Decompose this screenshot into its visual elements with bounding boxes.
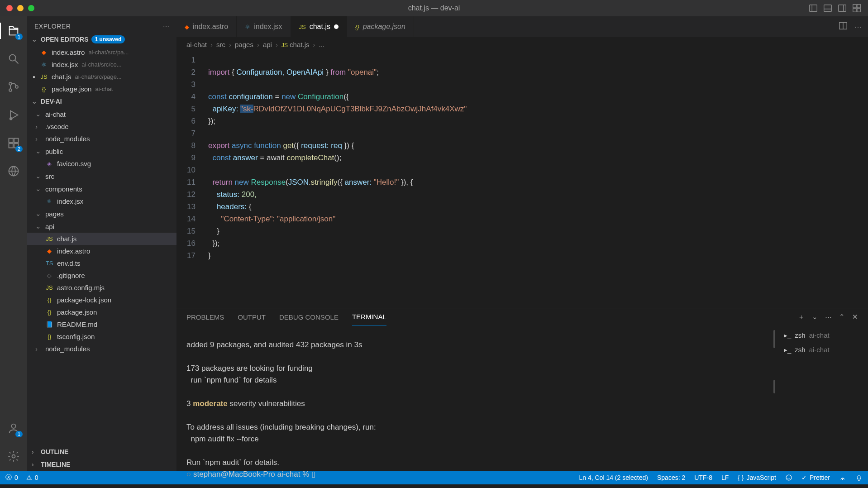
status-spaces[interactable]: Spaces: 2 (657, 474, 685, 481)
jsx-file-icon: ⚛ (245, 24, 250, 30)
js-file-icon: JS (45, 235, 53, 242)
file-tree-item[interactable]: {}package.json (27, 306, 176, 318)
file-tree-item[interactable]: ◈favicon.svg (27, 158, 176, 170)
accounts-badge: 1 (15, 431, 23, 437)
status-errors[interactable]: ⓧ 0 (5, 474, 18, 482)
file-tree-item[interactable]: {}tsconfig.json (27, 330, 176, 343)
breadcrumb-segment[interactable]: api (263, 41, 272, 48)
breadcrumb-segment[interactable]: src (216, 41, 225, 48)
tab-output[interactable]: OUTPUT (238, 309, 266, 325)
terminal-more-icon[interactable]: ⋯ (825, 313, 832, 321)
explorer-tab[interactable]: 1 (5, 23, 22, 39)
file-tree-item[interactable]: ›node_modules (27, 133, 176, 145)
status-feedback-icon[interactable] (785, 474, 792, 481)
new-terminal-icon[interactable]: ＋ (798, 313, 805, 321)
maximize-panel-icon[interactable]: ⌃ (839, 313, 845, 321)
open-editor-item[interactable]: JSchat.js ai-chat/src/page... (27, 71, 176, 83)
json-file-icon: {} (355, 24, 359, 30)
tab-terminal[interactable]: TERMINAL (352, 308, 386, 325)
editor-tab[interactable]: ⚛index.jsx (237, 16, 291, 37)
file-tree-item[interactable]: ›.vscode (27, 120, 176, 133)
layout-sidebar-left-icon[interactable] (807, 2, 819, 14)
workspace-header[interactable]: ⌄ DEV-AI (27, 95, 176, 108)
file-tree-item[interactable]: ⌄public (27, 145, 176, 158)
status-radio-icon[interactable] (839, 474, 846, 481)
file-tree-item[interactable]: TSenv.d.ts (27, 257, 176, 269)
file-tree-item[interactable]: ◇.gitignore (27, 269, 176, 282)
open-editor-item[interactable]: ⚛index.jsx ai-chat/src/co... (27, 58, 176, 71)
breadcrumb-segment[interactable]: pages (235, 41, 253, 48)
file-tree-item[interactable]: ⌄pages (27, 207, 176, 220)
svg-rect-9 (857, 9, 860, 12)
zoom-window-button[interactable] (28, 5, 34, 11)
file-tree-item[interactable]: JSastro.config.mjs (27, 282, 176, 294)
status-warnings[interactable]: ⚠ 0 (26, 474, 38, 481)
status-cursor[interactable]: Ln 4, Col 14 (2 selected) (579, 474, 648, 481)
code-editor[interactable]: import { Configuration, OpenAIApi } from… (204, 52, 868, 308)
breadcrumb[interactable]: ai-chat›src›pages›api›JS chat.js›... (176, 37, 868, 52)
line-gutter: 1234567891011121314151617 (176, 52, 204, 308)
extensions-tab[interactable]: 2 (5, 135, 22, 151)
file-tree-item[interactable]: ⌄ai-chat (27, 108, 176, 120)
breadcrumb-segment[interactable]: ... (319, 41, 324, 48)
run-debug-tab[interactable] (5, 107, 22, 123)
chevron-icon: ⌄ (35, 222, 42, 230)
chevron-icon: › (35, 123, 42, 130)
status-bell-icon[interactable] (855, 474, 863, 481)
layout-panel-icon[interactable] (822, 2, 834, 14)
minimize-window-button[interactable] (17, 5, 24, 11)
terminal-scrollbar[interactable] (772, 325, 777, 488)
status-prettier[interactable]: ✓ Prettier (801, 474, 830, 481)
customize-layout-icon[interactable] (851, 2, 863, 14)
svg-point-14 (15, 86, 18, 88)
source-control-tab[interactable] (5, 79, 22, 95)
split-editor-icon[interactable] (838, 21, 848, 33)
status-language[interactable]: { } JavaScript (738, 474, 776, 481)
file-tree-item[interactable]: ⚛index.jsx (27, 195, 176, 207)
terminal-process[interactable]: ▸_zsh ai-chat (782, 328, 863, 343)
status-eol[interactable]: LF (721, 474, 729, 481)
file-tree-item[interactable]: ⌄api (27, 220, 176, 233)
close-window-button[interactable] (6, 5, 13, 11)
status-encoding[interactable]: UTF-8 (694, 474, 712, 481)
editor-tab[interactable]: JSchat.js (291, 16, 347, 37)
file-tree-item[interactable]: ⌄components (27, 182, 176, 195)
editor-tab[interactable]: {}package.json (347, 16, 414, 37)
svg-rect-6 (853, 5, 856, 8)
editor-tab[interactable]: ◆index.astro (176, 16, 237, 37)
search-tab[interactable] (5, 51, 22, 67)
modified-dot-icon (334, 24, 339, 29)
breadcrumb-segment[interactable]: JS chat.js (281, 41, 310, 48)
file-tree-item[interactable]: ›node_modules (27, 343, 176, 355)
editor-tabs: ◆index.astro⚛index.jsxJSchat.js{}package… (176, 16, 868, 37)
bottom-panel: PROBLEMS OUTPUT DEBUG CONSOLE TERMINAL ＋… (176, 308, 868, 471)
file-tree-item[interactable]: ⌄src (27, 170, 176, 182)
json-file-icon: {} (45, 297, 53, 303)
extensions-badge: 2 (15, 146, 23, 152)
tab-more-icon[interactable]: ⋯ (854, 23, 862, 31)
file-tree-item[interactable]: 📘README.md (27, 318, 176, 330)
file-tree-item[interactable]: JSchat.js (27, 233, 176, 245)
titlebar: chat.js — dev-ai (0, 0, 868, 16)
remote-tab[interactable] (5, 163, 22, 179)
tab-debug-console[interactable]: DEBUG CONSOLE (279, 309, 339, 325)
terminal-process[interactable]: ▸_zsh ai-chat (782, 343, 863, 357)
settings-gear-icon[interactable] (5, 448, 22, 464)
layout-sidebar-right-icon[interactable] (836, 2, 848, 14)
terminal-dropdown-icon[interactable]: ⌄ (812, 313, 818, 321)
terminal-output[interactable]: added 9 packages, and audited 432 packag… (176, 325, 772, 488)
file-tree-item[interactable]: {}package-lock.json (27, 294, 176, 306)
open-editors-header[interactable]: ⌄ OPEN EDITORS 1 unsaved (27, 33, 176, 46)
close-panel-icon[interactable]: ✕ (852, 313, 858, 321)
jsx-file-icon: ⚛ (40, 61, 48, 68)
file-tree-item[interactable]: ◆index.astro (27, 245, 176, 257)
open-editor-item[interactable]: ◆index.astro ai-chat/src/pa... (27, 46, 176, 58)
open-editor-item[interactable]: {}package.json ai-chat (27, 83, 176, 95)
sidebar-more-icon[interactable]: ⋯ (163, 23, 170, 30)
timeline-header[interactable]: ›TIMELINE (27, 458, 176, 471)
breadcrumb-segment[interactable]: ai-chat (186, 41, 207, 48)
tab-problems[interactable]: PROBLEMS (186, 309, 224, 325)
accounts-icon[interactable]: 1 (5, 420, 22, 436)
outline-header[interactable]: ›OUTLINE (27, 445, 176, 458)
md-file-icon: 📘 (45, 321, 53, 328)
